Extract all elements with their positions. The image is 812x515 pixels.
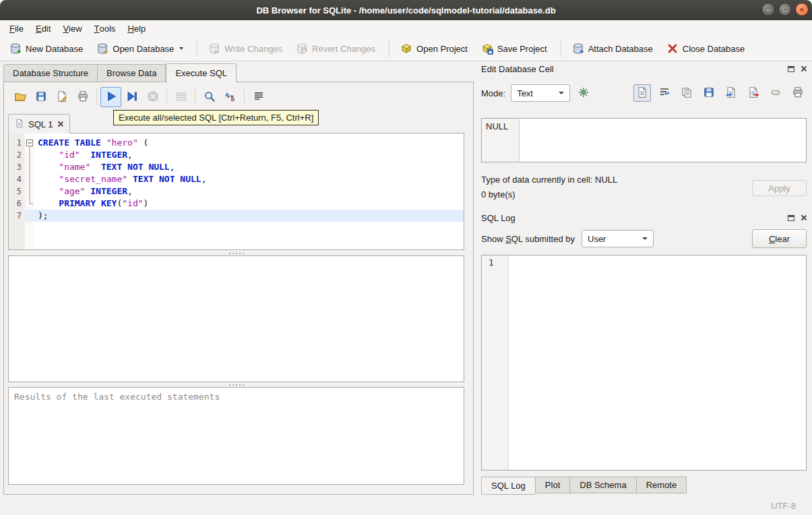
results-grid[interactable] xyxy=(8,255,464,382)
dock-close-button[interactable] xyxy=(800,65,807,72)
dock-tab-db-schema[interactable]: DB Schema xyxy=(570,477,636,493)
export-button[interactable] xyxy=(745,84,762,102)
copy-button[interactable] xyxy=(678,84,695,102)
sql-tab[interactable]: SQL 1 xyxy=(8,114,70,133)
mode-combobox[interactable]: Text xyxy=(511,84,570,102)
splitter-dots xyxy=(236,253,237,254)
replace-button[interactable]: ab xyxy=(220,87,241,107)
auto-switch-mode-button[interactable] xyxy=(575,84,592,102)
main-tab-bar: Database StructureBrowse DataExecute SQL xyxy=(3,63,237,82)
clear-log-button[interactable]: Clear xyxy=(752,229,807,248)
stop-button xyxy=(142,87,163,107)
tab-database-structure[interactable]: Database Structure xyxy=(3,64,98,82)
execute-all-button[interactable] xyxy=(100,87,121,107)
toolbar-button-label: Write Changes xyxy=(224,44,282,54)
menu-help[interactable]: Help xyxy=(121,20,152,36)
line-number: 7 xyxy=(9,210,25,222)
dock-close-button[interactable] xyxy=(800,214,807,221)
splitter-handle[interactable] xyxy=(8,382,464,387)
menubar: FileEditViewToolsHelp xyxy=(0,20,812,36)
cell-editor-dock-header: Edit Database Cell xyxy=(481,63,807,75)
tab-browse-data[interactable]: Browse Data xyxy=(98,64,166,82)
close-window-button[interactable]: × xyxy=(795,3,809,16)
toolbar-button-label: Open Database xyxy=(113,44,174,54)
code-text: "name" TEXT NOT NULL, xyxy=(34,161,464,173)
fold-margin xyxy=(25,149,34,161)
menu-file[interactable]: File xyxy=(3,20,30,36)
format-sql-button[interactable] xyxy=(248,87,269,107)
find-button[interactable] xyxy=(199,87,220,107)
fold-margin xyxy=(25,161,34,173)
export-results-button xyxy=(170,87,191,107)
print-button[interactable] xyxy=(72,87,93,107)
sql-tab-label: SQL 1 xyxy=(28,119,53,129)
text-document-icon xyxy=(636,86,648,100)
toolbar-button-label: Close Database xyxy=(683,44,745,54)
open-project-button[interactable]: Open Project xyxy=(395,39,473,58)
menu-edit[interactable]: Edit xyxy=(30,20,57,36)
save-sql-file-button[interactable] xyxy=(30,87,51,107)
clear-button-label: Clear xyxy=(769,234,790,244)
fold-margin[interactable] xyxy=(25,137,34,149)
open-sql-file-button[interactable] xyxy=(9,87,30,107)
save-project-button[interactable]: Save Project xyxy=(476,39,553,58)
close-tab-icon[interactable] xyxy=(57,121,63,127)
toolbar-separator xyxy=(389,40,389,57)
results-message-area[interactable]: Results of the last executed statements xyxy=(8,387,464,485)
write-changes-button: Write Changes xyxy=(203,39,288,58)
save-sql-as-button[interactable] xyxy=(51,87,72,107)
line-number: 2 xyxy=(9,149,25,161)
open-project-icon xyxy=(400,42,412,55)
splitter-handle[interactable] xyxy=(8,251,464,255)
print-button[interactable] xyxy=(789,84,807,102)
set-null-icon xyxy=(770,86,782,100)
maximize-button[interactable]: □ xyxy=(778,3,792,16)
toolbar-separator xyxy=(244,89,245,105)
dock-tab-remote[interactable]: Remote xyxy=(637,477,687,493)
dock-tab-sql-log[interactable]: SQL Log xyxy=(481,477,536,495)
text-document-button[interactable] xyxy=(633,84,651,102)
line-number: 5 xyxy=(9,185,25,198)
fold-margin xyxy=(25,210,34,222)
sql-log-area[interactable]: 1 xyxy=(481,255,807,471)
word-wrap-button[interactable] xyxy=(656,84,673,102)
revert-changes-button: Revert Changes xyxy=(290,39,381,58)
new-database-button[interactable]: New Database xyxy=(4,39,88,58)
sql-file-icon xyxy=(15,119,24,130)
chevron-down-icon xyxy=(642,237,648,240)
sql-editor-lines: 1CREATE TABLE "hero" (2 "id" INTEGER,3 "… xyxy=(9,137,464,222)
tab-execute-sql[interactable]: Execute SQL xyxy=(166,63,237,83)
line-number: 1 xyxy=(9,137,25,149)
menu-view[interactable]: View xyxy=(57,20,88,36)
save-as-button[interactable] xyxy=(700,84,718,102)
open-database-button[interactable]: Open Database xyxy=(91,39,189,58)
code-text: "age" INTEGER, xyxy=(34,185,464,198)
menu-tools[interactable]: Tools xyxy=(88,20,122,36)
dock-tab-plot[interactable]: Plot xyxy=(536,477,570,493)
toolbar-separator xyxy=(96,89,97,105)
dock-float-button[interactable] xyxy=(788,66,794,72)
execute-sql-panel: ab SQL 1 1CREATE TABLE "hero" (2 "id" IN… xyxy=(3,82,474,495)
close-database-button[interactable]: Close Database xyxy=(661,39,751,58)
export-icon xyxy=(747,86,759,100)
toolbar-button-label: Save Project xyxy=(497,44,547,54)
fold-margin xyxy=(25,173,34,185)
toolbar-button-label: Open Project xyxy=(416,44,468,54)
import-button[interactable] xyxy=(722,84,740,102)
log-filter-value: User xyxy=(588,234,606,244)
sql-code-line: 6 PRIMARY KEY("id") xyxy=(9,198,464,210)
log-line-number: 1 xyxy=(482,255,509,470)
write-changes-icon xyxy=(208,42,220,55)
print-icon xyxy=(77,90,89,104)
set-null-button[interactable] xyxy=(767,84,784,102)
replace-icon: ab xyxy=(224,90,237,104)
attach-database-button[interactable]: Attach Database xyxy=(567,39,658,58)
minimize-button[interactable]: – xyxy=(761,3,775,16)
sql-editor[interactable]: 1CREATE TABLE "hero" (2 "id" INTEGER,3 "… xyxy=(8,133,464,250)
sql-toolbar: ab xyxy=(9,86,269,108)
dock-float-button[interactable] xyxy=(788,215,794,221)
close-database-icon xyxy=(666,42,679,55)
log-filter-combobox[interactable]: User xyxy=(582,230,654,247)
cell-edit-area[interactable]: NULL xyxy=(481,118,807,162)
execute-line-button[interactable] xyxy=(121,87,142,107)
